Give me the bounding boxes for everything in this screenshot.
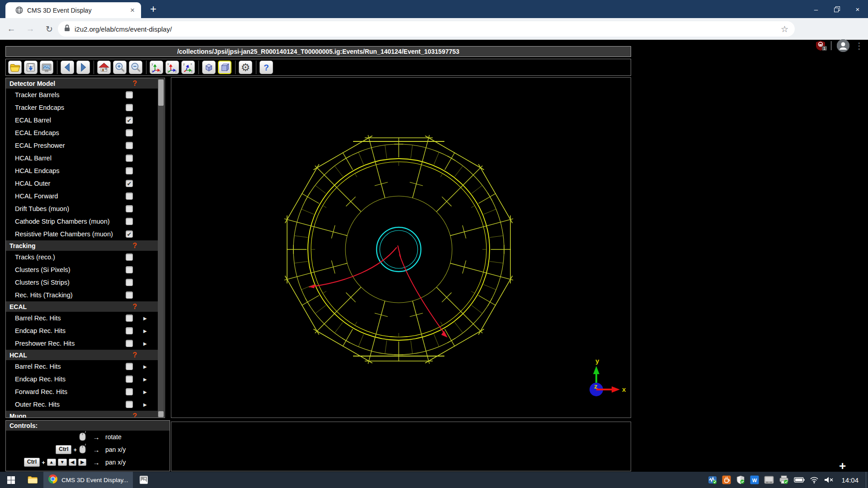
item-expand-arrow-icon[interactable]: ▶: [143, 377, 147, 382]
svg-text:y: y: [151, 62, 153, 66]
svg-text:y: y: [183, 62, 185, 66]
expand-plus-icon[interactable]: +: [839, 459, 846, 473]
item-checkbox[interactable]: [126, 401, 133, 408]
settings-button[interactable]: ⚙: [239, 61, 252, 74]
file-explorer-button[interactable]: [22, 472, 43, 488]
item-checkbox[interactable]: ✔: [126, 230, 133, 238]
item-checkbox[interactable]: [126, 314, 133, 322]
wacom-tray-icon[interactable]: W: [750, 475, 759, 484]
browser-menu-icon[interactable]: ⋮: [855, 41, 863, 51]
home-view-button[interactable]: [97, 61, 111, 74]
item-expand-arrow-icon[interactable]: ▶: [143, 364, 147, 369]
minimize-button[interactable]: –: [806, 0, 826, 18]
browser-address-bar: ← → ↻ i2u2.org/elab/cms/event-display/ ☆…: [0, 18, 868, 40]
axis-z-label: z: [594, 382, 598, 390]
keycap: ◀: [69, 459, 77, 466]
item-checkbox[interactable]: [126, 192, 133, 200]
item-checkbox[interactable]: ✔: [126, 117, 133, 124]
help-button[interactable]: ?: [259, 61, 273, 74]
bookmark-star-icon[interactable]: ☆: [781, 24, 788, 34]
taskbar-app-chrome[interactable]: CMS 3D Event Display...: [43, 472, 133, 488]
plus-glyph: +: [73, 446, 77, 453]
item-checkbox[interactable]: [126, 253, 133, 261]
section-help-icon[interactable]: ?: [132, 242, 137, 250]
axis-view-zx-button[interactable]: yxz: [181, 61, 195, 74]
next-event-button[interactable]: [76, 61, 90, 74]
browser-tab[interactable]: CMS 3D Event Display ×: [5, 2, 141, 18]
back-button[interactable]: ←: [4, 21, 19, 37]
sidebar-item-clusters-si-pixels-: Clusters (Si Pixels): [6, 263, 158, 276]
profile-avatar[interactable]: [837, 39, 849, 52]
section-help-icon[interactable]: ?: [132, 412, 137, 418]
item-checkbox[interactable]: [126, 155, 133, 162]
activity-tray-icon[interactable]: [708, 475, 717, 484]
item-expand-arrow-icon[interactable]: ▶: [143, 389, 147, 394]
item-checkbox[interactable]: [126, 340, 133, 347]
scrollbar-end-button[interactable]: [158, 411, 164, 417]
restore-button[interactable]: [826, 0, 847, 18]
wifi-tray-icon[interactable]: [810, 476, 819, 483]
item-expand-arrow-icon[interactable]: ▶: [143, 402, 147, 407]
url-input[interactable]: i2u2.org/elab/cms/event-display/ ☆: [58, 21, 795, 37]
sidebar-item-tracker-barrels: Tracker Barrels: [6, 89, 158, 101]
ublock-extension-icon[interactable]: 1: [816, 40, 826, 51]
taskbar-photos-button[interactable]: [133, 472, 155, 488]
item-checkbox[interactable]: [126, 142, 133, 149]
touchpad-tray-icon[interactable]: [764, 476, 774, 484]
taskbar-clock[interactable]: 14:04: [841, 476, 859, 484]
section-label: Tracking: [9, 242, 132, 249]
start-button[interactable]: [0, 472, 22, 488]
item-checkbox[interactable]: [126, 167, 133, 174]
svg-text:x: x: [190, 62, 192, 66]
axis-view-xz-button[interactable]: xzy: [165, 61, 179, 74]
volume-muted-tray-icon[interactable]: [824, 476, 834, 483]
item-checkbox[interactable]: [126, 291, 133, 299]
item-label: Preshower Rec. Hits: [15, 340, 75, 347]
browser-tab-bar: CMS 3D Event Display × + – ×: [0, 0, 868, 18]
item-checkbox[interactable]: [126, 363, 133, 370]
section-help-icon[interactable]: ?: [132, 351, 137, 359]
save-image-button[interactable]: [24, 61, 38, 74]
new-tab-button[interactable]: +: [146, 1, 160, 17]
forward-button[interactable]: →: [23, 21, 38, 37]
open-file-button[interactable]: [8, 61, 22, 74]
zoom-out-button[interactable]: [129, 61, 142, 74]
tab-close-icon[interactable]: ×: [130, 6, 135, 15]
item-checkbox[interactable]: [126, 129, 133, 136]
event-display-3d-view[interactable]: yxz: [171, 77, 631, 418]
printer-tray-icon[interactable]: [779, 475, 789, 484]
item-expand-arrow-icon[interactable]: ▶: [143, 341, 147, 346]
section-help-icon[interactable]: ?: [132, 80, 137, 88]
item-checkbox[interactable]: [126, 388, 133, 395]
section-help-icon[interactable]: ?: [132, 303, 137, 311]
reload-button[interactable]: ↻: [42, 21, 57, 37]
item-checkbox[interactable]: [126, 91, 133, 99]
battery-tray-icon[interactable]: [794, 477, 805, 483]
close-window-button[interactable]: ×: [847, 0, 868, 18]
scrollbar-thumb[interactable]: [158, 80, 164, 106]
item-expand-arrow-icon[interactable]: ▶: [143, 316, 147, 321]
screenshot-button[interactable]: [40, 61, 53, 74]
sidebar-scrollbar[interactable]: [158, 79, 164, 418]
item-label: Tracker Barrels: [15, 91, 60, 99]
orthographic-view-button[interactable]: [218, 61, 231, 74]
item-checkbox[interactable]: [126, 266, 133, 273]
item-expand-arrow-icon[interactable]: ▶: [143, 328, 147, 333]
item-label: Endcap Rec. Hits: [15, 327, 66, 334]
item-label: HCAL Endcaps: [15, 167, 60, 174]
java-tray-icon[interactable]: [722, 475, 731, 484]
item-checkbox[interactable]: [126, 104, 133, 111]
item-checkbox[interactable]: ✔: [126, 180, 133, 187]
axis-view-yx-button[interactable]: yxz: [150, 61, 163, 74]
zoom-in-button[interactable]: [113, 61, 127, 74]
item-checkbox[interactable]: [126, 205, 133, 212]
sidebar-item-cathode-strip-chambers-muon-: Cathode Strip Chambers (muon): [6, 215, 158, 228]
previous-event-button[interactable]: [61, 61, 74, 74]
item-checkbox[interactable]: [126, 375, 133, 383]
perspective-view-button[interactable]: [202, 61, 216, 74]
item-checkbox[interactable]: [126, 218, 133, 225]
defender-tray-icon[interactable]: [736, 475, 745, 484]
item-checkbox[interactable]: [126, 279, 133, 286]
item-checkbox[interactable]: [126, 327, 133, 334]
show-desktop-button[interactable]: [866, 472, 868, 488]
